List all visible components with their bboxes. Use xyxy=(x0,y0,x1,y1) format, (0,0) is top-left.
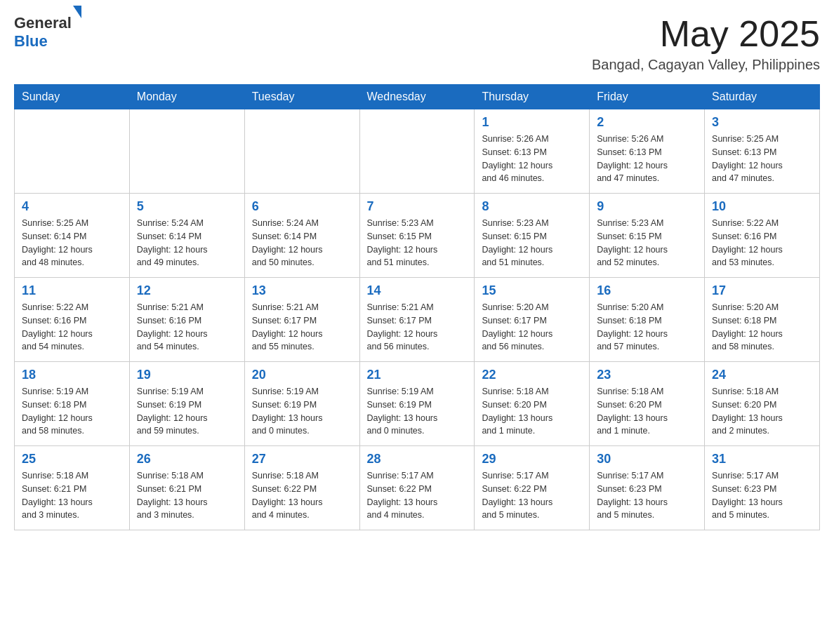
header-saturday: Saturday xyxy=(705,85,820,109)
day-cell: 21Sunrise: 5:19 AM Sunset: 6:19 PM Dayli… xyxy=(359,362,475,446)
logo-blue: Blue xyxy=(14,32,48,50)
day-number: 6 xyxy=(252,199,352,214)
day-info: Sunrise: 5:22 AM Sunset: 6:16 PM Dayligh… xyxy=(712,217,812,269)
day-cell xyxy=(15,109,130,194)
day-info: Sunrise: 5:19 AM Sunset: 6:18 PM Dayligh… xyxy=(22,385,122,438)
day-info: Sunrise: 5:17 AM Sunset: 6:22 PM Dayligh… xyxy=(482,469,582,522)
day-info: Sunrise: 5:18 AM Sunset: 6:22 PM Dayligh… xyxy=(252,469,352,522)
day-info: Sunrise: 5:20 AM Sunset: 6:17 PM Dayligh… xyxy=(482,301,582,354)
day-cell: 17Sunrise: 5:20 AM Sunset: 6:18 PM Dayli… xyxy=(705,278,820,362)
header-friday: Friday xyxy=(590,85,705,109)
page-header: General Blue May 2025 Bangad, Cagayan Va… xyxy=(14,14,820,73)
day-cell: 29Sunrise: 5:17 AM Sunset: 6:22 PM Dayli… xyxy=(475,446,590,530)
day-cell: 4Sunrise: 5:25 AM Sunset: 6:14 PM Daylig… xyxy=(15,194,130,278)
day-info: Sunrise: 5:19 AM Sunset: 6:19 PM Dayligh… xyxy=(367,385,468,438)
day-cell: 10Sunrise: 5:22 AM Sunset: 6:16 PM Dayli… xyxy=(705,194,820,278)
header-tuesday: Tuesday xyxy=(244,85,359,109)
day-info: Sunrise: 5:22 AM Sunset: 6:16 PM Dayligh… xyxy=(22,301,122,354)
day-number: 8 xyxy=(482,199,582,214)
logo-text: General Blue xyxy=(14,14,81,51)
day-number: 26 xyxy=(137,452,237,467)
day-number: 1 xyxy=(482,115,582,130)
header-wednesday: Wednesday xyxy=(359,85,475,109)
day-number: 29 xyxy=(482,452,582,467)
day-cell: 25Sunrise: 5:18 AM Sunset: 6:21 PM Dayli… xyxy=(15,446,130,530)
day-number: 17 xyxy=(712,283,812,298)
day-cell: 9Sunrise: 5:23 AM Sunset: 6:15 PM Daylig… xyxy=(590,194,705,278)
day-cell: 30Sunrise: 5:17 AM Sunset: 6:23 PM Dayli… xyxy=(590,446,705,530)
day-number: 12 xyxy=(137,283,237,298)
day-info: Sunrise: 5:17 AM Sunset: 6:23 PM Dayligh… xyxy=(712,469,812,522)
day-cell: 7Sunrise: 5:23 AM Sunset: 6:15 PM Daylig… xyxy=(359,194,475,278)
day-number: 20 xyxy=(252,368,352,382)
day-number: 30 xyxy=(597,452,697,467)
weekday-header-row: Sunday Monday Tuesday Wednesday Thursday… xyxy=(15,85,820,109)
day-cell xyxy=(359,109,475,194)
day-cell: 3Sunrise: 5:25 AM Sunset: 6:13 PM Daylig… xyxy=(705,109,820,194)
day-cell: 24Sunrise: 5:18 AM Sunset: 6:20 PM Dayli… xyxy=(705,362,820,446)
day-cell: 22Sunrise: 5:18 AM Sunset: 6:20 PM Dayli… xyxy=(475,362,590,446)
day-cell: 13Sunrise: 5:21 AM Sunset: 6:17 PM Dayli… xyxy=(244,278,359,362)
day-number: 27 xyxy=(252,452,352,467)
week-row-2: 4Sunrise: 5:25 AM Sunset: 6:14 PM Daylig… xyxy=(15,194,820,278)
day-cell: 28Sunrise: 5:17 AM Sunset: 6:22 PM Dayli… xyxy=(359,446,475,530)
day-number: 9 xyxy=(597,199,697,214)
header-sunday: Sunday xyxy=(15,85,130,109)
day-number: 23 xyxy=(597,368,697,382)
day-cell: 8Sunrise: 5:23 AM Sunset: 6:15 PM Daylig… xyxy=(475,194,590,278)
day-info: Sunrise: 5:25 AM Sunset: 6:13 PM Dayligh… xyxy=(712,133,812,185)
day-info: Sunrise: 5:26 AM Sunset: 6:13 PM Dayligh… xyxy=(597,133,697,185)
day-cell: 27Sunrise: 5:18 AM Sunset: 6:22 PM Dayli… xyxy=(244,446,359,530)
day-info: Sunrise: 5:18 AM Sunset: 6:20 PM Dayligh… xyxy=(597,385,697,438)
day-cell: 12Sunrise: 5:21 AM Sunset: 6:16 PM Dayli… xyxy=(129,278,244,362)
day-info: Sunrise: 5:23 AM Sunset: 6:15 PM Dayligh… xyxy=(367,217,468,269)
day-info: Sunrise: 5:19 AM Sunset: 6:19 PM Dayligh… xyxy=(137,385,237,438)
day-number: 22 xyxy=(482,368,582,382)
day-info: Sunrise: 5:21 AM Sunset: 6:17 PM Dayligh… xyxy=(367,301,468,354)
day-cell: 16Sunrise: 5:20 AM Sunset: 6:18 PM Dayli… xyxy=(590,278,705,362)
day-number: 28 xyxy=(367,452,468,467)
day-cell: 19Sunrise: 5:19 AM Sunset: 6:19 PM Dayli… xyxy=(129,362,244,446)
day-number: 24 xyxy=(712,368,812,382)
logo-triangle-icon xyxy=(73,6,81,30)
day-cell: 20Sunrise: 5:19 AM Sunset: 6:19 PM Dayli… xyxy=(244,362,359,446)
day-number: 5 xyxy=(137,199,237,214)
day-cell: 1Sunrise: 5:26 AM Sunset: 6:13 PM Daylig… xyxy=(475,109,590,194)
day-info: Sunrise: 5:17 AM Sunset: 6:23 PM Dayligh… xyxy=(597,469,697,522)
day-cell: 11Sunrise: 5:22 AM Sunset: 6:16 PM Dayli… xyxy=(15,278,130,362)
logo: General Blue xyxy=(14,14,81,51)
day-info: Sunrise: 5:18 AM Sunset: 6:21 PM Dayligh… xyxy=(137,469,237,522)
day-info: Sunrise: 5:20 AM Sunset: 6:18 PM Dayligh… xyxy=(597,301,697,354)
day-cell: 23Sunrise: 5:18 AM Sunset: 6:20 PM Dayli… xyxy=(590,362,705,446)
day-info: Sunrise: 5:20 AM Sunset: 6:18 PM Dayligh… xyxy=(712,301,812,354)
day-info: Sunrise: 5:23 AM Sunset: 6:15 PM Dayligh… xyxy=(482,217,582,269)
day-number: 19 xyxy=(137,368,237,382)
day-number: 21 xyxy=(367,368,468,382)
day-number: 16 xyxy=(597,283,697,298)
day-info: Sunrise: 5:24 AM Sunset: 6:14 PM Dayligh… xyxy=(137,217,237,269)
day-cell: 6Sunrise: 5:24 AM Sunset: 6:14 PM Daylig… xyxy=(244,194,359,278)
day-info: Sunrise: 5:18 AM Sunset: 6:21 PM Dayligh… xyxy=(22,469,122,522)
day-info: Sunrise: 5:21 AM Sunset: 6:17 PM Dayligh… xyxy=(252,301,352,354)
day-cell: 15Sunrise: 5:20 AM Sunset: 6:17 PM Dayli… xyxy=(475,278,590,362)
day-info: Sunrise: 5:17 AM Sunset: 6:22 PM Dayligh… xyxy=(367,469,468,522)
week-row-1: 1Sunrise: 5:26 AM Sunset: 6:13 PM Daylig… xyxy=(15,109,820,194)
day-number: 10 xyxy=(712,199,812,214)
week-row-5: 25Sunrise: 5:18 AM Sunset: 6:21 PM Dayli… xyxy=(15,446,820,530)
day-number: 31 xyxy=(712,452,812,467)
day-info: Sunrise: 5:26 AM Sunset: 6:13 PM Dayligh… xyxy=(482,133,582,185)
day-number: 15 xyxy=(482,283,582,298)
day-number: 25 xyxy=(22,452,122,467)
title-area: May 2025 Bangad, Cagayan Valley, Philipp… xyxy=(592,14,820,73)
header-thursday: Thursday xyxy=(475,85,590,109)
calendar-table: Sunday Monday Tuesday Wednesday Thursday… xyxy=(14,84,820,530)
location-subtitle: Bangad, Cagayan Valley, Philippines xyxy=(592,57,820,73)
day-number: 14 xyxy=(367,283,468,298)
day-number: 18 xyxy=(22,368,122,382)
day-cell: 5Sunrise: 5:24 AM Sunset: 6:14 PM Daylig… xyxy=(129,194,244,278)
day-cell: 31Sunrise: 5:17 AM Sunset: 6:23 PM Dayli… xyxy=(705,446,820,530)
day-cell: 26Sunrise: 5:18 AM Sunset: 6:21 PM Dayli… xyxy=(129,446,244,530)
day-number: 3 xyxy=(712,115,812,130)
day-cell: 14Sunrise: 5:21 AM Sunset: 6:17 PM Dayli… xyxy=(359,278,475,362)
day-number: 7 xyxy=(367,199,468,214)
